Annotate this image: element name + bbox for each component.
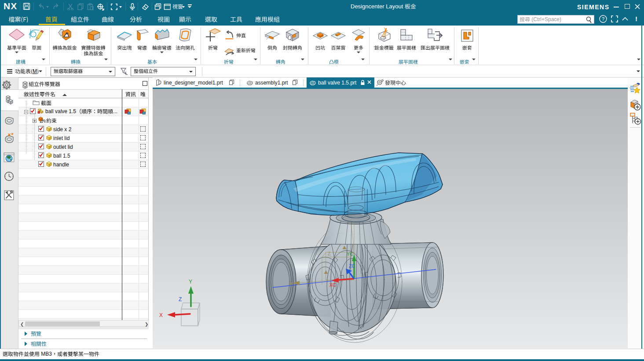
svg-text:?: ? bbox=[602, 16, 604, 22]
svg-text:Z: Z bbox=[328, 251, 330, 256]
svg-text:ZC: ZC bbox=[349, 263, 355, 269]
svg-text:XC: XC bbox=[329, 282, 336, 287]
svg-text:Z: Z bbox=[179, 296, 182, 302]
svg-text:YC: YC bbox=[347, 251, 353, 257]
svg-text:X: X bbox=[159, 312, 163, 318]
svg-text:X: X bbox=[289, 281, 293, 286]
svg-text:Y: Y bbox=[189, 279, 192, 285]
